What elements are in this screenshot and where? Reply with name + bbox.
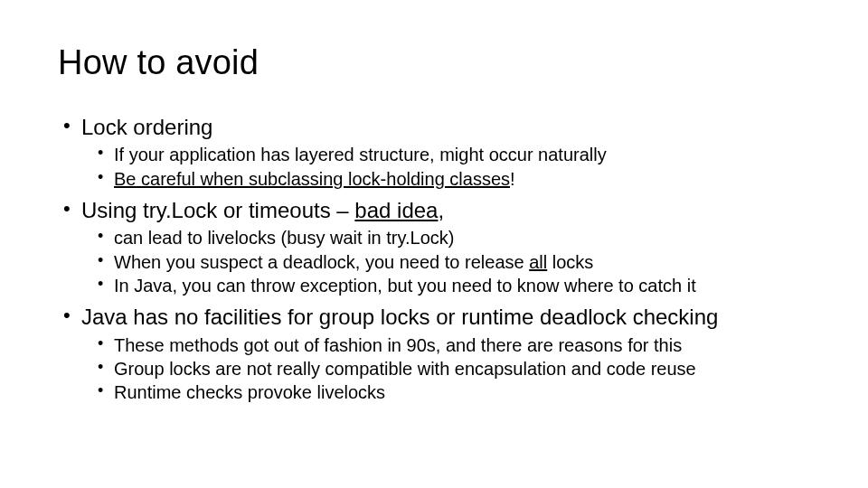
sub-bullet: If your application has layered structur… bbox=[81, 143, 810, 166]
text: When you suspect a deadlock, you need to… bbox=[114, 252, 529, 272]
text: ! bbox=[510, 169, 515, 189]
sub-list: can lead to livelocks (busy wait in try.… bbox=[81, 226, 810, 297]
sub-bullet: can lead to livelocks (busy wait in try.… bbox=[81, 226, 810, 249]
bullet-list: Lock ordering If your application has la… bbox=[58, 113, 810, 405]
underline-text: Be careful when subclassing lock-holding… bbox=[114, 169, 510, 189]
sub-bullet: Group locks are not really compatible wi… bbox=[81, 357, 810, 380]
sub-bullet: In Java, you can throw exception, but yo… bbox=[81, 274, 810, 297]
underline-text: all bbox=[529, 252, 547, 272]
text: , bbox=[438, 198, 444, 222]
text: locks bbox=[547, 252, 593, 272]
bullet-java-facilities: Java has no facilities for group locks o… bbox=[58, 303, 810, 404]
bullet-trylock: Using try.Lock or timeouts – bad idea, c… bbox=[58, 196, 810, 297]
bullet-lock-ordering: Lock ordering If your application has la… bbox=[58, 113, 810, 191]
sub-bullet: Be careful when subclassing lock-holding… bbox=[81, 167, 810, 191]
slide-title: How to avoid bbox=[58, 43, 810, 82]
sub-bullet: Runtime checks provoke livelocks bbox=[81, 380, 810, 404]
sub-list: These methods got out of fashion in 90s,… bbox=[81, 333, 810, 405]
slide: How to avoid Lock ordering If your appli… bbox=[0, 0, 868, 488]
underline-text: bad idea bbox=[354, 198, 438, 222]
sub-list: If your application has layered structur… bbox=[81, 143, 810, 191]
sub-bullet: These methods got out of fashion in 90s,… bbox=[81, 333, 810, 357]
bullet-label: Java has no facilities for group locks o… bbox=[81, 305, 718, 329]
sub-bullet: When you suspect a deadlock, you need to… bbox=[81, 250, 810, 274]
text: Using try.Lock or timeouts – bbox=[81, 198, 354, 222]
bullet-label: Lock ordering bbox=[81, 115, 212, 139]
